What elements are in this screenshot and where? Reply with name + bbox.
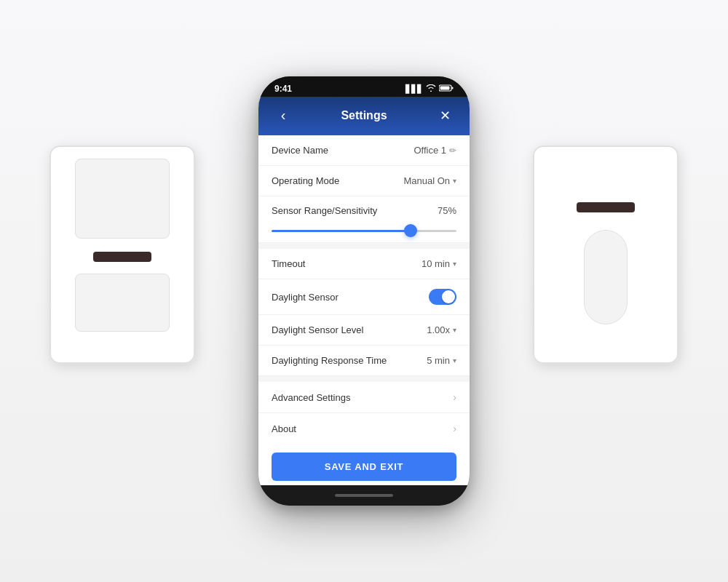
battery-icon (439, 84, 454, 93)
operating-mode-label: Operating Mode (272, 175, 339, 186)
setting-row-sensor-range[interactable]: Sensor Range/Sensitivity 75% (258, 196, 470, 243)
operating-mode-value: Manual On ▾ (403, 175, 456, 186)
paddle-right (584, 230, 628, 324)
phone-notch (328, 76, 400, 95)
back-button[interactable]: ‹ (273, 107, 293, 124)
device-name-value: Office 1 ✏ (414, 145, 456, 156)
dropdown-arrow-daylight-level: ▾ (453, 326, 456, 334)
daylighting-response-label: Daylighting Response Time (272, 355, 387, 366)
home-indicator (335, 494, 393, 497)
chevron-right-about: › (453, 423, 456, 434)
sensor-bar-left (93, 252, 151, 262)
sensor-range-label: Sensor Range/Sensitivity (272, 205, 377, 216)
dropdown-arrow-response-time: ▾ (453, 356, 456, 364)
about-nav: › (453, 423, 456, 434)
dropdown-arrow-timeout: ▾ (453, 260, 456, 268)
daylighting-response-value: 5 min ▾ (427, 355, 456, 366)
close-button[interactable]: ✕ (435, 108, 455, 124)
status-bar: 9:41 ▋▋▋ (258, 76, 470, 97)
sensor-range-value: 75% (438, 205, 456, 216)
save-btn-container: SAVE AND EXIT (258, 444, 470, 485)
toggle-thumb (442, 290, 455, 303)
setting-row-daylight-sensor-level[interactable]: Daylight Sensor Level 1.00x ▾ (258, 315, 470, 346)
device-name-label: Device Name (272, 145, 328, 156)
section-divider-1 (258, 243, 470, 249)
signal-icon: ▋▋▋ (405, 84, 423, 94)
daylight-sensor-label: Daylight Sensor (272, 292, 339, 303)
daylight-sensor-level-label: Daylight Sensor Level (272, 324, 363, 335)
dropdown-arrow-operating-mode: ▾ (453, 177, 456, 185)
setting-row-daylight-sensor[interactable]: Daylight Sensor (258, 279, 470, 315)
setting-row-about[interactable]: About › (258, 413, 470, 444)
daylight-sensor-level-value: 1.00x ▾ (427, 324, 456, 335)
setting-row-timeout[interactable]: Timeout 10 min ▾ (258, 249, 470, 279)
settings-list: Device Name Office 1 ✏ Operating Mode Ma… (258, 135, 470, 485)
app-header: ‹ Settings ✕ (258, 97, 470, 135)
advanced-settings-nav: › (453, 391, 456, 403)
slider-thumb (404, 224, 417, 237)
sensor-top-left (75, 159, 170, 239)
daylight-sensor-toggle[interactable] (429, 289, 456, 305)
section-divider-2 (258, 376, 470, 382)
advanced-settings-label: Advanced Settings (272, 392, 350, 403)
edit-icon: ✏ (449, 146, 456, 156)
setting-row-device-name[interactable]: Device Name Office 1 ✏ (258, 135, 470, 166)
setting-row-advanced-settings[interactable]: Advanced Settings › (258, 382, 470, 413)
setting-row-operating-mode[interactable]: Operating Mode Manual On ▾ (258, 166, 470, 196)
phone-frame: 9:41 ▋▋▋ ‹ Settings (258, 76, 470, 506)
wifi-icon (426, 84, 436, 93)
phone-screen: ‹ Settings ✕ Device Name Office 1 ✏ Oper… (258, 97, 470, 485)
about-label: About (272, 423, 296, 434)
svg-rect-1 (452, 87, 454, 89)
timeout-value: 10 min ▾ (422, 258, 456, 269)
phone-bottom (258, 485, 470, 506)
status-time: 9:41 (274, 84, 292, 94)
sensor-bottom-left (75, 274, 170, 332)
save-and-exit-button[interactable]: SAVE AND EXIT (272, 453, 456, 481)
svg-rect-2 (440, 87, 450, 90)
setting-row-daylighting-response-time[interactable]: Daylighting Response Time 5 min ▾ (258, 346, 470, 376)
wall-plate-left (50, 146, 195, 364)
chevron-right-advanced: › (453, 391, 456, 403)
wall-plate-right (533, 146, 678, 364)
header-title: Settings (341, 109, 387, 122)
sensor-range-slider[interactable] (272, 223, 456, 238)
status-icons: ▋▋▋ (405, 84, 454, 94)
timeout-label: Timeout (272, 258, 305, 269)
slider-track (272, 230, 456, 232)
sensor-bar-right (577, 202, 635, 212)
